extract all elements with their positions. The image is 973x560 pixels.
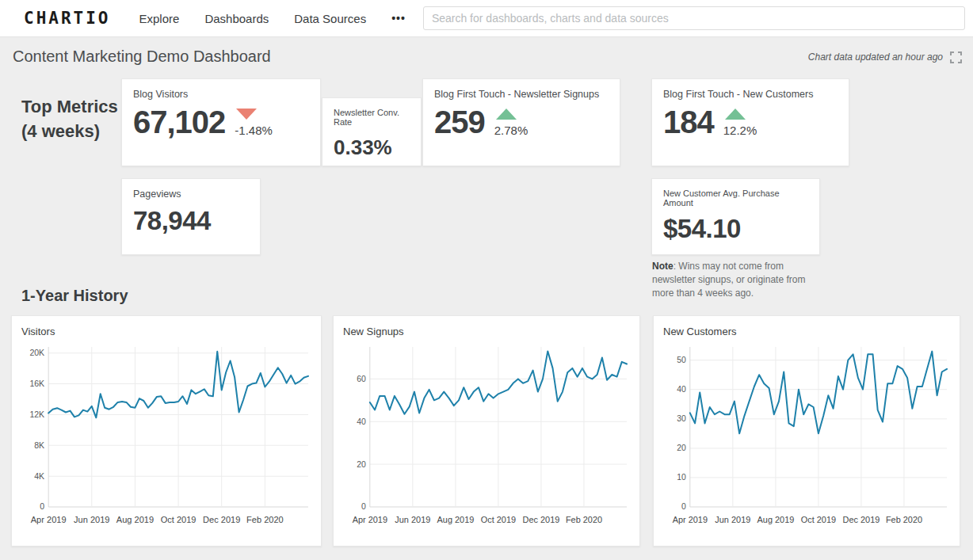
chart-card-new-customers: New Customers 01020304050Apr 2019Jun 201… <box>653 315 960 547</box>
svg-text:Jun 2019: Jun 2019 <box>715 515 750 524</box>
svg-text:Oct 2019: Oct 2019 <box>161 515 197 524</box>
svg-text:0: 0 <box>681 502 686 511</box>
metric-delta: 2.78% <box>494 109 528 139</box>
metric-label: Blog First Touch - New Customers <box>663 89 838 100</box>
metric-label: New Customer Avg. Purchase Amount <box>663 189 808 208</box>
svg-text:Jun 2019: Jun 2019 <box>395 515 430 524</box>
svg-text:20K: 20K <box>29 348 44 357</box>
nav-item-dashboards[interactable]: Dashboards <box>204 12 269 25</box>
svg-text:Apr 2019: Apr 2019 <box>353 515 387 524</box>
metric-card-newsletter-conv-rate: Newsletter Conv. Rate 0.33% <box>322 97 422 166</box>
fullscreen-icon[interactable] <box>950 51 962 63</box>
metric-value: $54.10 <box>663 214 808 244</box>
metric-label: Pageviews <box>133 189 249 200</box>
svg-text:Dec 2019: Dec 2019 <box>843 515 880 524</box>
svg-text:Feb 2020: Feb 2020 <box>246 515 284 524</box>
metric-card-newsletter-signups: Blog First Touch - Newsletter Signups 25… <box>422 78 620 166</box>
svg-text:Dec 2019: Dec 2019 <box>203 515 240 524</box>
nav-item-data-sources[interactable]: Data Sources <box>294 12 366 25</box>
svg-text:Feb 2020: Feb 2020 <box>886 515 922 524</box>
svg-text:Apr 2019: Apr 2019 <box>673 515 708 524</box>
svg-text:Dec 2019: Dec 2019 <box>523 515 560 524</box>
svg-text:Feb 2020: Feb 2020 <box>566 515 602 524</box>
new-signups-line-chart: 0204060Apr 2019Jun 2019Aug 2019Oct 2019D… <box>343 341 630 531</box>
top-nav: CHARTIO Explore Dashboards Data Sources … <box>0 0 973 37</box>
metric-value: 0.33% <box>334 136 410 159</box>
metric-value: 184 <box>663 105 714 139</box>
section-top-metrics: Top Metrics (4 weeks) <box>21 95 118 144</box>
svg-text:Aug 2019: Aug 2019 <box>437 515 475 524</box>
svg-text:4K: 4K <box>34 471 44 481</box>
more-menu-icon[interactable]: ••• <box>391 12 406 25</box>
svg-text:12K: 12K <box>29 410 44 419</box>
new-customers-line-chart: 01020304050Apr 2019Jun 2019Aug 2019Oct 2… <box>663 341 950 531</box>
page-title: Content Marketing Demo Dashboard <box>13 48 271 66</box>
svg-text:Apr 2019: Apr 2019 <box>31 515 67 524</box>
svg-text:Oct 2019: Oct 2019 <box>481 515 516 524</box>
section-history: 1-Year History <box>21 287 128 305</box>
metric-card-avg-purchase: New Customer Avg. Purchase Amount $54.10 <box>651 178 820 255</box>
search-input[interactable] <box>423 6 965 30</box>
trend-up-icon <box>725 109 746 120</box>
metric-label: Newsletter Conv. Rate <box>334 108 410 127</box>
svg-text:40: 40 <box>357 417 366 426</box>
dashboard-note: Note: Wins may not come from newsletter … <box>652 260 815 300</box>
svg-text:60: 60 <box>357 375 366 383</box>
metric-value: 78,944 <box>133 206 249 236</box>
metric-card-new-customers: Blog First Touch - New Customers 184 12.… <box>651 78 849 166</box>
svg-text:50: 50 <box>677 356 686 364</box>
metric-delta: -1.48% <box>235 109 273 139</box>
chart-title: New Signups <box>343 326 630 337</box>
updated-status: Chart data updated an hour ago <box>808 51 943 63</box>
metric-delta: 12.2% <box>723 109 757 139</box>
trend-down-icon <box>236 109 257 120</box>
svg-text:10: 10 <box>677 473 686 482</box>
svg-text:8K: 8K <box>34 440 44 450</box>
svg-text:Jun 2019: Jun 2019 <box>74 515 109 524</box>
metric-label: Blog First Touch - Newsletter Signups <box>434 89 609 100</box>
chart-title: New Customers <box>663 326 950 337</box>
svg-text:20: 20 <box>677 444 686 452</box>
chart-card-visitors: Visitors 04K8K12K16K20KApr 2019Jun 2019A… <box>11 315 322 547</box>
trend-up-icon <box>496 109 517 120</box>
nav-item-explore[interactable]: Explore <box>139 12 180 25</box>
metric-card-blog-visitors: Blog Visitors 67,102 -1.48% <box>121 78 321 166</box>
svg-text:Oct 2019: Oct 2019 <box>801 515 836 524</box>
svg-text:30: 30 <box>677 414 686 423</box>
visitors-line-chart: 04K8K12K16K20KApr 2019Jun 2019Aug 2019Oc… <box>21 341 311 531</box>
metric-value: 259 <box>434 105 485 139</box>
svg-text:20: 20 <box>357 460 366 469</box>
metric-label: Blog Visitors <box>133 89 309 100</box>
svg-text:Aug 2019: Aug 2019 <box>116 515 154 524</box>
svg-text:0: 0 <box>361 502 366 511</box>
svg-text:Aug 2019: Aug 2019 <box>757 515 795 524</box>
chartio-logo[interactable]: CHARTIO <box>24 9 111 28</box>
chart-title: Visitors <box>21 326 311 337</box>
metric-card-pageviews: Pageviews 78,944 <box>121 178 261 255</box>
svg-text:40: 40 <box>677 385 686 394</box>
metric-value: 67,102 <box>133 105 225 139</box>
svg-text:16K: 16K <box>29 379 44 388</box>
svg-text:0: 0 <box>40 502 44 512</box>
chart-card-new-signups: New Signups 0204060Apr 2019Jun 2019Aug 2… <box>333 315 640 547</box>
